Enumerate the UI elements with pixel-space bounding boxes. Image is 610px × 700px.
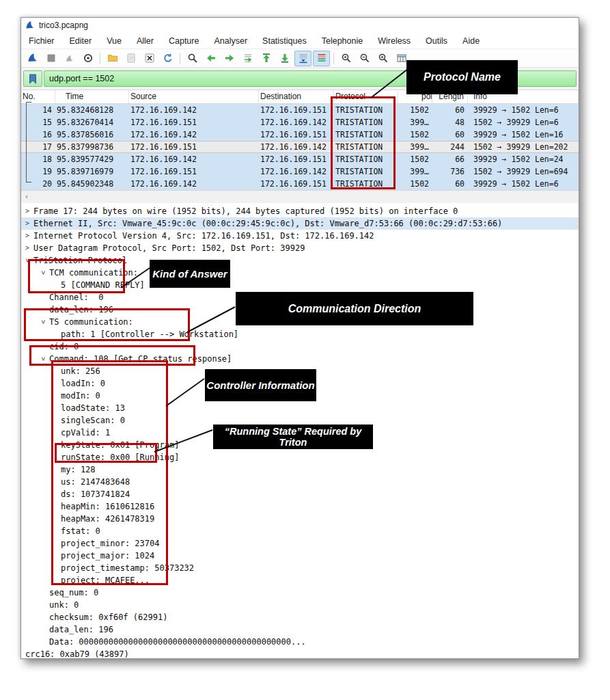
collapse-arrow-icon[interactable]: > bbox=[21, 256, 33, 265]
packet-row-15[interactable]: 1595.832670414172.16.169.151172.16.169.1… bbox=[21, 116, 579, 129]
cell-info: 39929 → 1502 Len=6 bbox=[468, 104, 579, 116]
detail-line-text: Channel: 0 bbox=[49, 291, 103, 304]
go-to-packet-button[interactable] bbox=[239, 51, 256, 66]
packet-rows: 1495.832468128172.16.169.142172.16.169.1… bbox=[21, 104, 579, 190]
detail-line-30[interactable]: project: MCAFEE... bbox=[21, 574, 579, 587]
collapse-arrow-icon[interactable]: > bbox=[37, 318, 49, 326]
detail-line-text: us: 2147483648 bbox=[61, 476, 130, 488]
detail-line-3[interactable]: >User Datagram Protocol, Src Port: 1502,… bbox=[21, 242, 579, 254]
first-packet-button[interactable] bbox=[258, 51, 275, 66]
detail-line-4[interactable]: >TriStation Protocol bbox=[21, 254, 579, 267]
cell-no: 17 bbox=[21, 141, 55, 153]
detail-line-29[interactable]: project_timestamp: 50373232 bbox=[21, 562, 579, 574]
detail-line-24[interactable]: heapMin: 1610612816 bbox=[21, 500, 579, 513]
reload-file-button[interactable] bbox=[159, 51, 176, 66]
detail-line-34[interactable]: data_len: 196 bbox=[21, 623, 579, 636]
detail-line-text: project: MCAFEE... bbox=[61, 574, 150, 587]
detail-line-21[interactable]: my: 128 bbox=[21, 463, 579, 476]
packet-row-19[interactable]: 1995.839716979172.16.169.151172.16.169.1… bbox=[21, 165, 579, 178]
close-file-button[interactable] bbox=[141, 51, 158, 66]
menu-item-outils[interactable]: Outils bbox=[418, 36, 455, 46]
auto-scroll-button[interactable] bbox=[294, 51, 311, 66]
zoom-out-button[interactable] bbox=[356, 51, 373, 66]
annotation-controller-information: Controller Information bbox=[205, 369, 316, 401]
last-packet-icon bbox=[279, 53, 290, 64]
detail-line-2[interactable]: >Internet Protocol Version 4, Src: 172.1… bbox=[21, 230, 579, 242]
zoom-original-icon bbox=[378, 53, 389, 64]
zoom-in-button[interactable] bbox=[337, 51, 355, 66]
menu-item-analyser[interactable]: Analyser bbox=[206, 36, 255, 46]
save-file-button[interactable] bbox=[122, 51, 139, 66]
detail-line-33[interactable]: checksum: 0xf60f (62991) bbox=[21, 611, 579, 623]
previous-packet-button[interactable] bbox=[202, 51, 219, 66]
detail-line-text: crc16: 0xab79 (43897) bbox=[25, 648, 129, 658]
detail-line-32[interactable]: unk: 0 bbox=[21, 599, 579, 611]
menu-item-telephonie[interactable]: Telephonie bbox=[314, 36, 370, 46]
detail-line-text: seq_num: 0 bbox=[49, 587, 98, 599]
open-file-button[interactable] bbox=[104, 51, 121, 66]
expand-arrow-icon[interactable]: > bbox=[23, 205, 31, 217]
menu-item-editer[interactable]: Editer bbox=[62, 36, 100, 46]
column-header-time[interactable]: Time bbox=[55, 90, 129, 103]
find-packet-button[interactable] bbox=[184, 51, 201, 66]
detail-line-20[interactable]: runState: 0x00 [Running] bbox=[21, 451, 579, 463]
cell-length: 736 bbox=[432, 165, 468, 178]
detail-line-25[interactable]: heapMax: 4261478319 bbox=[21, 513, 579, 525]
detail-line-36[interactable]: crc16: 0xab79 (43897) bbox=[21, 648, 579, 658]
stop-capture-button[interactable] bbox=[42, 51, 59, 66]
detail-line-1[interactable]: >Ethernet II, Src: Vmware_45:9c:0c (00:0… bbox=[21, 217, 579, 230]
detail-line-5[interactable]: >TCM communication: bbox=[21, 267, 579, 279]
wireshark-window: trico3.pcapng FichierEditerVueAllerCaptu… bbox=[20, 17, 579, 659]
detail-line-23[interactable]: ds: 1073741824 bbox=[21, 488, 579, 500]
colorize-button[interactable] bbox=[313, 51, 330, 66]
detail-line-10[interactable]: path: 1 [Controller --> Workstation] bbox=[21, 328, 579, 340]
detail-line-6[interactable]: 5 [COMMAND REPLY] bbox=[21, 279, 579, 291]
expand-arrow-icon[interactable]: > bbox=[23, 217, 31, 230]
collapse-arrow-icon[interactable]: > bbox=[37, 269, 49, 277]
menu-item-vue[interactable]: Vue bbox=[99, 36, 129, 46]
toolbar-separator bbox=[333, 53, 334, 64]
zoom-original-button[interactable] bbox=[374, 51, 391, 66]
menu-item-wireless[interactable]: Wireless bbox=[370, 36, 418, 46]
menu-item-statistiques[interactable]: Statistiques bbox=[255, 36, 314, 46]
packet-row-17[interactable]: 1795.837998736172.16.169.151172.16.169.1… bbox=[21, 141, 579, 153]
detail-line-text: heapMin: 1610612816 bbox=[61, 500, 154, 513]
column-header-destination[interactable]: Destination bbox=[259, 90, 334, 103]
start-capture-button[interactable] bbox=[24, 51, 41, 66]
menu-item-capture[interactable]: Capture bbox=[161, 36, 206, 46]
expand-arrow-icon[interactable]: > bbox=[23, 242, 31, 254]
column-header-source[interactable]: Source bbox=[129, 90, 259, 103]
expand-arrow-icon[interactable]: > bbox=[23, 230, 31, 242]
detail-line-text: heapMax: 4261478319 bbox=[61, 513, 154, 525]
column-header-no[interactable]: No. bbox=[21, 90, 55, 103]
next-packet-button[interactable] bbox=[221, 51, 238, 66]
detail-line-12[interactable]: >Command: 108 [Get CP status response] bbox=[21, 353, 579, 365]
capture-options-button[interactable] bbox=[79, 51, 96, 66]
detail-line-text: 5 [COMMAND REPLY] bbox=[61, 279, 145, 291]
packet-list-hscrollbar[interactable]: ‹ bbox=[21, 190, 579, 203]
detail-line-35[interactable]: Data: 0000000000000000000000000000000000… bbox=[21, 636, 579, 648]
menu-item-aller[interactable]: Aller bbox=[129, 36, 161, 46]
packet-row-16[interactable]: 1695.837856016172.16.169.142172.16.169.1… bbox=[21, 129, 579, 141]
packet-row-20[interactable]: 2095.845902348172.16.169.142172.16.169.1… bbox=[21, 178, 579, 190]
filter-bookmark-button[interactable] bbox=[23, 70, 42, 87]
scroll-left-icon[interactable]: ‹ bbox=[21, 191, 32, 202]
menu-item-aide[interactable]: Aide bbox=[455, 36, 487, 46]
restart-capture-button[interactable] bbox=[61, 51, 78, 66]
collapse-arrow-icon[interactable]: > bbox=[37, 355, 49, 363]
detail-line-28[interactable]: project_major: 1024 bbox=[21, 550, 579, 562]
detail-line-22[interactable]: us: 2147483648 bbox=[21, 476, 579, 488]
detail-line-11[interactable]: cid: 0 bbox=[21, 340, 579, 353]
menu-item-fichier[interactable]: Fichier bbox=[21, 36, 62, 46]
detail-line-26[interactable]: fstat: 0 bbox=[21, 525, 579, 537]
packet-row-14[interactable]: 1495.832468128172.16.169.142172.16.169.1… bbox=[21, 104, 579, 116]
column-header-protocol[interactable]: Protocol bbox=[334, 90, 398, 103]
cell-source: 172.16.169.151 bbox=[129, 141, 259, 153]
detail-line-16[interactable]: loadState: 13 bbox=[21, 402, 579, 414]
last-packet-button[interactable] bbox=[276, 51, 293, 66]
detail-line-31[interactable]: seq_num: 0 bbox=[21, 587, 579, 599]
detail-line-27[interactable]: project_minor: 23704 bbox=[21, 537, 579, 550]
cell-source: 172.16.169.142 bbox=[129, 178, 259, 190]
detail-line-0[interactable]: >Frame 17: 244 bytes on wire (1952 bits)… bbox=[21, 205, 579, 217]
packet-row-18[interactable]: 1895.839577429172.16.169.142172.16.169.1… bbox=[21, 153, 579, 165]
